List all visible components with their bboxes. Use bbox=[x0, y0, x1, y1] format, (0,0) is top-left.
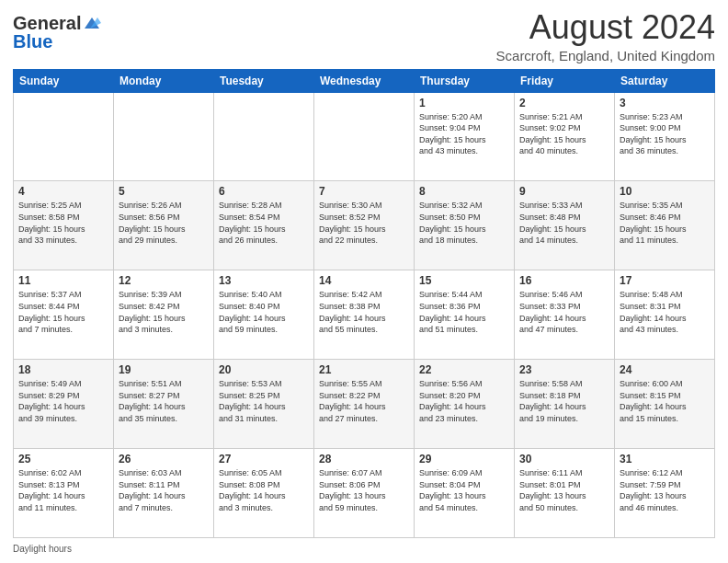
table-row: 26Sunrise: 6:03 AM Sunset: 8:11 PM Dayli… bbox=[114, 449, 214, 538]
day-number: 23 bbox=[519, 363, 609, 376]
table-row: 24Sunrise: 6:00 AM Sunset: 8:15 PM Dayli… bbox=[615, 360, 715, 449]
table-row: 13Sunrise: 5:40 AM Sunset: 8:40 PM Dayli… bbox=[214, 270, 314, 360]
table-row: 12Sunrise: 5:39 AM Sunset: 8:42 PM Dayli… bbox=[114, 270, 214, 360]
table-row: 18Sunrise: 5:49 AM Sunset: 8:29 PM Dayli… bbox=[14, 360, 114, 449]
location-subtitle: Scarcroft, England, United Kingdom bbox=[496, 48, 715, 63]
day-info: Sunrise: 5:28 AM Sunset: 8:54 PM Dayligh… bbox=[219, 200, 309, 246]
day-info: Sunrise: 5:33 AM Sunset: 8:48 PM Dayligh… bbox=[519, 200, 609, 246]
table-row: 8Sunrise: 5:32 AM Sunset: 8:50 PM Daylig… bbox=[415, 181, 515, 270]
day-number: 2 bbox=[519, 97, 609, 109]
day-info: Sunrise: 5:32 AM Sunset: 8:50 PM Dayligh… bbox=[419, 200, 509, 246]
calendar-week-row: 4Sunrise: 5:25 AM Sunset: 8:58 PM Daylig… bbox=[14, 181, 715, 270]
day-info: Sunrise: 6:00 AM Sunset: 8:15 PM Dayligh… bbox=[620, 378, 710, 424]
header-row: Sunday Monday Tuesday Wednesday Thursday… bbox=[14, 69, 715, 92]
col-friday: Friday bbox=[515, 69, 615, 92]
day-info: Sunrise: 6:07 AM Sunset: 8:06 PM Dayligh… bbox=[319, 467, 409, 513]
day-info: Sunrise: 5:23 AM Sunset: 9:00 PM Dayligh… bbox=[620, 111, 710, 157]
day-number: 17 bbox=[620, 274, 710, 287]
day-number: 31 bbox=[620, 453, 710, 465]
day-number: 21 bbox=[319, 363, 409, 376]
day-number: 6 bbox=[219, 185, 309, 198]
day-info: Sunrise: 5:25 AM Sunset: 8:58 PM Dayligh… bbox=[18, 200, 108, 246]
table-row: 4Sunrise: 5:25 AM Sunset: 8:58 PM Daylig… bbox=[14, 181, 114, 270]
day-info: Sunrise: 5:30 AM Sunset: 8:52 PM Dayligh… bbox=[319, 200, 409, 246]
table-row: 21Sunrise: 5:55 AM Sunset: 8:22 PM Dayli… bbox=[314, 360, 415, 449]
page: General Blue August 2024 Scarcroft, Engl… bbox=[0, 0, 728, 563]
calendar-week-row: 18Sunrise: 5:49 AM Sunset: 8:29 PM Dayli… bbox=[14, 360, 715, 449]
day-number: 22 bbox=[419, 363, 509, 376]
table-row bbox=[14, 92, 114, 181]
calendar-week-row: 1Sunrise: 5:20 AM Sunset: 9:04 PM Daylig… bbox=[14, 92, 715, 181]
col-thursday: Thursday bbox=[415, 69, 515, 92]
day-number: 26 bbox=[119, 453, 209, 465]
month-title: August 2024 bbox=[496, 9, 715, 46]
day-info: Sunrise: 6:12 AM Sunset: 7:59 PM Dayligh… bbox=[620, 467, 710, 513]
day-number: 3 bbox=[620, 97, 710, 109]
day-number: 18 bbox=[18, 363, 108, 376]
day-number: 4 bbox=[18, 185, 108, 198]
day-number: 11 bbox=[18, 274, 108, 287]
col-tuesday: Tuesday bbox=[214, 69, 314, 92]
table-row: 17Sunrise: 5:48 AM Sunset: 8:31 PM Dayli… bbox=[615, 270, 715, 360]
day-info: Sunrise: 6:05 AM Sunset: 8:08 PM Dayligh… bbox=[219, 467, 309, 513]
daylight-hours-label: Daylight hours bbox=[13, 544, 72, 554]
title-area: August 2024 Scarcroft, England, United K… bbox=[496, 9, 715, 63]
day-number: 30 bbox=[519, 453, 609, 465]
day-number: 12 bbox=[119, 274, 209, 287]
table-row: 19Sunrise: 5:51 AM Sunset: 8:27 PM Dayli… bbox=[114, 360, 214, 449]
day-number: 19 bbox=[119, 363, 209, 376]
day-number: 29 bbox=[419, 453, 509, 465]
logo-area: General Blue bbox=[13, 9, 103, 52]
day-info: Sunrise: 5:44 AM Sunset: 8:36 PM Dayligh… bbox=[419, 289, 509, 335]
day-number: 1 bbox=[419, 97, 509, 109]
table-row: 9Sunrise: 5:33 AM Sunset: 8:48 PM Daylig… bbox=[515, 181, 615, 270]
day-info: Sunrise: 5:40 AM Sunset: 8:40 PM Dayligh… bbox=[219, 289, 309, 335]
table-row: 25Sunrise: 6:02 AM Sunset: 8:13 PM Dayli… bbox=[14, 449, 114, 538]
day-info: Sunrise: 6:03 AM Sunset: 8:11 PM Dayligh… bbox=[119, 467, 209, 513]
table-row: 23Sunrise: 5:58 AM Sunset: 8:18 PM Dayli… bbox=[515, 360, 615, 449]
logo-icon bbox=[83, 16, 103, 30]
table-row: 7Sunrise: 5:30 AM Sunset: 8:52 PM Daylig… bbox=[314, 181, 415, 270]
day-number: 14 bbox=[319, 274, 409, 287]
table-row: 1Sunrise: 5:20 AM Sunset: 9:04 PM Daylig… bbox=[415, 92, 515, 181]
day-info: Sunrise: 5:56 AM Sunset: 8:20 PM Dayligh… bbox=[419, 378, 509, 424]
day-info: Sunrise: 5:42 AM Sunset: 8:38 PM Dayligh… bbox=[319, 289, 409, 335]
footer: Daylight hours bbox=[13, 544, 715, 554]
table-row: 22Sunrise: 5:56 AM Sunset: 8:20 PM Dayli… bbox=[415, 360, 515, 449]
table-row: 14Sunrise: 5:42 AM Sunset: 8:38 PM Dayli… bbox=[314, 270, 415, 360]
calendar-week-row: 25Sunrise: 6:02 AM Sunset: 8:13 PM Dayli… bbox=[14, 449, 715, 538]
day-number: 16 bbox=[519, 274, 609, 287]
header: General Blue August 2024 Scarcroft, Engl… bbox=[13, 9, 715, 63]
table-row: 5Sunrise: 5:26 AM Sunset: 8:56 PM Daylig… bbox=[114, 181, 214, 270]
calendar-table: Sunday Monday Tuesday Wednesday Thursday… bbox=[13, 69, 715, 538]
day-info: Sunrise: 5:26 AM Sunset: 8:56 PM Dayligh… bbox=[119, 200, 209, 246]
col-saturday: Saturday bbox=[615, 69, 715, 92]
day-info: Sunrise: 5:49 AM Sunset: 8:29 PM Dayligh… bbox=[18, 378, 108, 424]
day-info: Sunrise: 6:09 AM Sunset: 8:04 PM Dayligh… bbox=[419, 467, 509, 513]
logo-general: General bbox=[13, 13, 81, 33]
table-row: 28Sunrise: 6:07 AM Sunset: 8:06 PM Dayli… bbox=[314, 449, 415, 538]
day-info: Sunrise: 5:48 AM Sunset: 8:31 PM Dayligh… bbox=[620, 289, 710, 335]
col-monday: Monday bbox=[114, 69, 214, 92]
day-number: 27 bbox=[219, 453, 309, 465]
day-info: Sunrise: 5:21 AM Sunset: 9:02 PM Dayligh… bbox=[519, 111, 609, 157]
table-row: 2Sunrise: 5:21 AM Sunset: 9:02 PM Daylig… bbox=[515, 92, 615, 181]
day-number: 10 bbox=[620, 185, 710, 198]
table-row bbox=[114, 92, 214, 181]
day-number: 24 bbox=[620, 363, 710, 376]
table-row bbox=[214, 92, 314, 181]
table-row bbox=[314, 92, 415, 181]
table-row: 31Sunrise: 6:12 AM Sunset: 7:59 PM Dayli… bbox=[615, 449, 715, 538]
day-info: Sunrise: 5:55 AM Sunset: 8:22 PM Dayligh… bbox=[319, 378, 409, 424]
day-info: Sunrise: 5:58 AM Sunset: 8:18 PM Dayligh… bbox=[519, 378, 609, 424]
day-number: 13 bbox=[219, 274, 309, 287]
day-info: Sunrise: 5:20 AM Sunset: 9:04 PM Dayligh… bbox=[419, 111, 509, 157]
day-number: 20 bbox=[219, 363, 309, 376]
day-info: Sunrise: 6:11 AM Sunset: 8:01 PM Dayligh… bbox=[519, 467, 609, 513]
day-info: Sunrise: 6:02 AM Sunset: 8:13 PM Dayligh… bbox=[18, 467, 108, 513]
table-row: 16Sunrise: 5:46 AM Sunset: 8:33 PM Dayli… bbox=[515, 270, 615, 360]
table-row: 29Sunrise: 6:09 AM Sunset: 8:04 PM Dayli… bbox=[415, 449, 515, 538]
day-number: 9 bbox=[519, 185, 609, 198]
day-info: Sunrise: 5:46 AM Sunset: 8:33 PM Dayligh… bbox=[519, 289, 609, 335]
table-row: 3Sunrise: 5:23 AM Sunset: 9:00 PM Daylig… bbox=[615, 92, 715, 181]
